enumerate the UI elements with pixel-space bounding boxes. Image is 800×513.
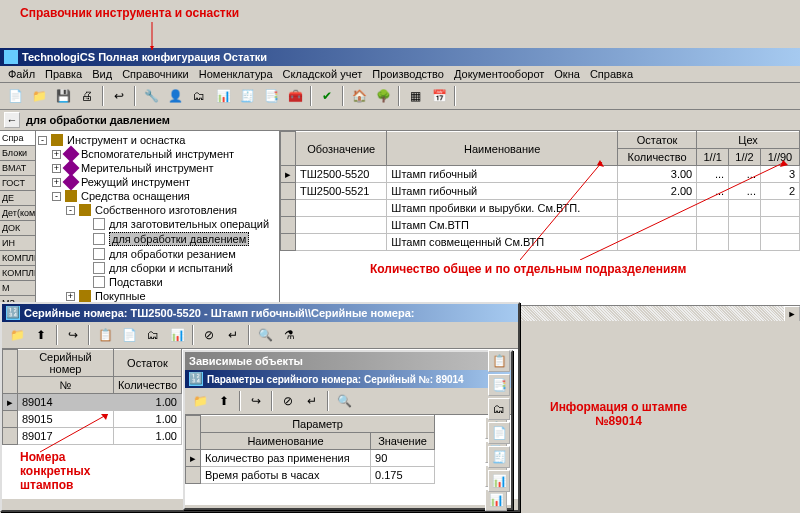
side-tab-7[interactable]: ИН (0, 236, 35, 251)
tree-item[interactable]: +Покупные (38, 289, 277, 303)
v-btn-4-icon[interactable]: 📊 (485, 489, 507, 511)
annotation-bottom-right: Информация о штампе №89014 (550, 400, 687, 428)
main-title: TechnologiCS Полная конфигурация Остатки (22, 51, 267, 63)
tree-item[interactable]: +Мерительный инструмент (38, 161, 277, 175)
col-ceh[interactable]: Цех (697, 132, 800, 149)
s-t4-icon[interactable]: 📊 (166, 324, 188, 346)
pathbar: ← для обработки давлением (0, 110, 800, 131)
side-tab-3[interactable]: ГОСТ (0, 176, 35, 191)
sv-btn-4-icon[interactable]: 📄 (488, 422, 510, 444)
tool5-icon[interactable]: 🧾 (236, 85, 258, 107)
side-tab-0[interactable]: Спра (0, 131, 35, 146)
tool7-icon[interactable]: 🧰 (284, 85, 306, 107)
tool4-icon[interactable]: 📊 (212, 85, 234, 107)
d-apply-icon[interactable]: ↵ (301, 390, 323, 412)
tree-item[interactable]: -Собственного изготовления (38, 203, 277, 217)
menu-doc[interactable]: Документооборот (454, 68, 544, 80)
tool2-icon[interactable]: 👤 (164, 85, 186, 107)
s-filter-icon[interactable]: ⚗ (278, 324, 300, 346)
d-open-icon[interactable]: 📁 (189, 390, 211, 412)
check-icon[interactable]: ✔ (316, 85, 338, 107)
tree-item-selected[interactable]: для обработки давлением (38, 231, 277, 247)
print-icon[interactable]: 🖨 (76, 85, 98, 107)
s-t1-icon[interactable]: 📋 (94, 324, 116, 346)
side-tab-2[interactable]: ВМАТ (0, 161, 35, 176)
side-tabs: Спра Блоки ВМАТ ГОСТ ДЕ Дет(ком) ДОК ИН … (0, 131, 36, 321)
table-row[interactable]: ▸Количество раз применения90 (186, 450, 435, 467)
menu-edit[interactable]: Правка (45, 68, 82, 80)
menu-prod[interactable]: Производство (372, 68, 444, 80)
side-tab-6[interactable]: ДОК (0, 221, 35, 236)
side-tab-5[interactable]: Дет(ком) (0, 206, 35, 221)
dep-toolbar: 📁 ⬆ ↪ ⊘ ↵ 🔍 (185, 388, 511, 415)
col-no[interactable]: № (18, 377, 114, 394)
side-tab-9[interactable]: КОМПЛЕ (0, 266, 35, 281)
s-up-icon[interactable]: ⬆ (30, 324, 52, 346)
tool1-icon[interactable]: 🔧 (140, 85, 162, 107)
sv-btn-1-icon[interactable]: 📋 (488, 350, 510, 372)
tool6-icon[interactable]: 📑 (260, 85, 282, 107)
annotation-bottom-left: Номера конкретных штампов (20, 450, 90, 492)
s-t3-icon[interactable]: 🗂 (142, 324, 164, 346)
d-cancel-icon[interactable]: ⊘ (277, 390, 299, 412)
tree-item[interactable]: -Средства оснащения (38, 189, 277, 203)
sv-btn-6-icon[interactable]: 📊 (488, 470, 510, 492)
sv-btn-3-icon[interactable]: 🗂 (488, 398, 510, 420)
d-up-icon[interactable]: ⬆ (213, 390, 235, 412)
tree-item[interactable]: Подставки (38, 275, 277, 289)
dep-titlebar[interactable]: Зависимые объекты (185, 352, 511, 370)
tree-icon[interactable]: 🌳 (372, 85, 394, 107)
save-icon[interactable]: 💾 (52, 85, 74, 107)
tree-item[interactable]: для сборки и испытаний (38, 261, 277, 275)
house-icon[interactable]: 🏠 (348, 85, 370, 107)
grid-icon[interactable]: ▦ (404, 85, 426, 107)
table-row[interactable]: ▸890141.00 (3, 394, 182, 411)
tree-item[interactable]: для заготовительных операций (38, 217, 277, 231)
s-t2-icon[interactable]: 📄 (118, 324, 140, 346)
col-param[interactable]: Параметр (201, 416, 435, 433)
annotation-top: Справочник инструмента и оснастки (20, 6, 239, 20)
table-row[interactable]: Время работы в часах0.175 (186, 467, 435, 484)
s-find-icon[interactable]: 🔍 (254, 324, 276, 346)
col-sost[interactable]: Остаток (113, 350, 181, 377)
d-find-icon[interactable]: 🔍 (333, 390, 355, 412)
menu-stock[interactable]: Складской учет (283, 68, 363, 80)
new-icon[interactable]: 📄 (4, 85, 26, 107)
tree-item[interactable]: +Вспомогательный инструмент (38, 147, 277, 161)
col-ost[interactable]: Остаток (617, 132, 696, 149)
col-pname[interactable]: Наименование (201, 433, 371, 450)
col-sqty[interactable]: Количество (113, 377, 181, 394)
menu-view[interactable]: Вид (92, 68, 112, 80)
menu-file[interactable]: Файл (8, 68, 35, 80)
d-arr-icon[interactable]: ↪ (245, 390, 267, 412)
cut-icon[interactable]: ↩ (108, 85, 130, 107)
side-tab-4[interactable]: ДЕ (0, 191, 35, 206)
tree-item[interactable]: для обработки резанием (38, 247, 277, 261)
side-tab-8[interactable]: КОМПЛЕ (0, 251, 35, 266)
arrow-serials (38, 414, 108, 454)
menu-help[interactable]: Справка (590, 68, 633, 80)
menu-nom[interactable]: Номенклатура (199, 68, 273, 80)
side-tab-1[interactable]: Блоки (0, 146, 35, 161)
s-apply-icon[interactable]: ↵ (222, 324, 244, 346)
s-cancel-icon[interactable]: ⊘ (198, 324, 220, 346)
menubar: Файл Правка Вид Справочники Номенклатура… (0, 66, 800, 83)
s-arr-icon[interactable]: ↪ (62, 324, 84, 346)
open-icon[interactable]: 📁 (28, 85, 50, 107)
col-sn[interactable]: Серийный номер (18, 350, 114, 377)
tree-item[interactable]: +Режущий инструмент (38, 175, 277, 189)
menu-windows[interactable]: Окна (554, 68, 580, 80)
tool3-icon[interactable]: 🗂 (188, 85, 210, 107)
menu-ref[interactable]: Справочники (122, 68, 189, 80)
sv-btn-5-icon[interactable]: 🧾 (488, 446, 510, 468)
pathbar-text: для обработки давлением (26, 114, 170, 126)
pathbar-close-icon[interactable]: ← (4, 112, 20, 128)
tree-root[interactable]: -Инструмент и оснастка (38, 133, 277, 147)
col-obz[interactable]: Обозначение (296, 132, 387, 166)
sv-btn-2-icon[interactable]: 📑 (488, 374, 510, 396)
col-pval[interactable]: Значение (371, 433, 435, 450)
s-open-icon[interactable]: 📁 (6, 324, 28, 346)
svg-marker-1 (150, 46, 154, 50)
side-tab-10[interactable]: М (0, 281, 35, 296)
cal-icon[interactable]: 📅 (428, 85, 450, 107)
